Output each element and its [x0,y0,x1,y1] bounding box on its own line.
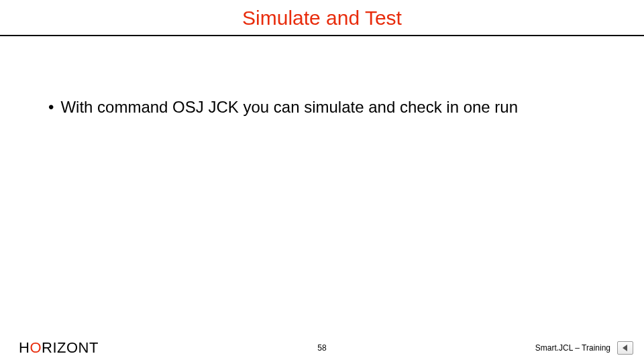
brand-post: RIZONT [42,339,99,356]
svg-marker-0 [623,345,627,351]
bullet-text: With command OSJ JCK you can simulate an… [60,97,518,118]
bullet-item: • With command OSJ JCK you can simulate … [48,97,596,118]
back-button[interactable] [617,341,633,355]
slide-title: Simulate and Test [0,0,644,35]
footer-right: Smart.JCL – Training [535,341,633,355]
footer: HORIZONT 58 Smart.JCL – Training [0,339,644,357]
page-number: 58 [317,343,326,353]
brand-accent: O [30,339,42,356]
bullet-dot: • [48,97,54,118]
content-area: • With command OSJ JCK you can simulate … [0,36,644,118]
document-title: Smart.JCL – Training [535,343,610,353]
brand-logo: HORIZONT [19,339,99,357]
slide: Simulate and Test • With command OSJ JCK… [0,0,644,362]
brand-pre: H [19,339,30,356]
back-arrow-icon [621,344,629,352]
